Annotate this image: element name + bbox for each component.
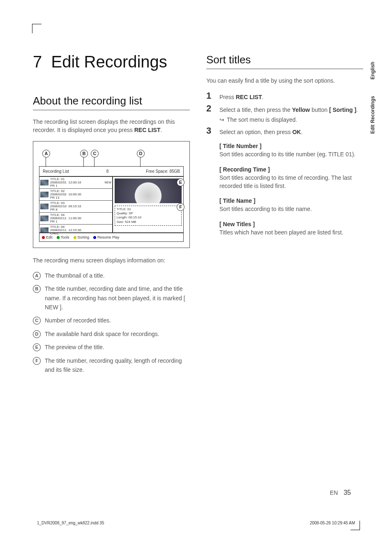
table-row: TITLE: 042008/02/11 11:00:30PR 1 [39, 213, 112, 225]
step-1: 1 Press REC LIST. [206, 91, 363, 101]
chapter-number: 7 [33, 53, 42, 71]
legend-text-E: The preview of the title. [45, 343, 104, 352]
legend-marker-A: A [33, 272, 41, 280]
sort-option-new-titles: [ New Titles ] Titles which have not bee… [219, 221, 363, 236]
footer-page-number: 35 [344, 489, 351, 496]
page-footer: EN 35 [330, 489, 351, 496]
thumbnail-icon [40, 180, 48, 185]
new-badge: NEW [104, 181, 111, 184]
side-tabs: Edit Recordings English [370, 62, 376, 134]
legend-text-D: The available hard disk space for record… [45, 329, 159, 338]
print-meta-right: 2008-05-26 10:29:45 AM [310, 521, 355, 525]
about-intro: The recording list screen displays the r… [33, 118, 190, 134]
footer-edit: Edit [42, 235, 53, 239]
callout-C: C [91, 150, 99, 158]
recording-list-screenshot: Recording List 8 Free Space: 85GB TITLE:… [39, 166, 184, 242]
footer-sorting: Sorting [74, 235, 90, 239]
legend-marker-D: D [33, 330, 41, 338]
side-tab-lang: English [370, 62, 376, 79]
section-about-heading: About the recording list [33, 95, 190, 107]
sort-option-title-number: [ Title Number ] Sort titles according t… [219, 143, 363, 158]
table-row: TITLE: 012008/02/01 12:00:16PR 1 NEW [39, 177, 112, 189]
green-dot-icon [57, 236, 60, 239]
step-number-1: 1 [206, 91, 214, 101]
legend-intro: The recording menu screen displays infor… [33, 256, 190, 264]
section-sort-heading: Sort titles [206, 53, 363, 66]
rl-header-mid: 8 [106, 169, 109, 174]
about-intro-suf: . [160, 127, 162, 133]
footer-resume: Resume Play [93, 235, 120, 239]
thumbnail-icon [40, 204, 48, 209]
table-row: TITLE: 022008/02/02 10:00:30PR 13 [39, 189, 112, 201]
recording-list-figure: A B C D Recording List 8 Free Space: 85G… [33, 141, 190, 248]
legend-marker-E: E [33, 343, 41, 351]
legend-text-B: The title number, recording date and tim… [45, 284, 190, 312]
sort-intro: You can easily find a title by using the… [206, 76, 363, 85]
blue-dot-icon [93, 236, 96, 239]
step-number-3: 3 [206, 126, 214, 136]
rl-header-right: Free Space: 85GB [146, 169, 180, 174]
thumbnail-icon [40, 192, 48, 197]
step-2-result: The sort menu is displayed. [219, 116, 358, 124]
callout-F: F [177, 203, 184, 211]
yellow-dot-icon [74, 236, 76, 239]
red-dot-icon [42, 236, 45, 239]
legend-text-F: The title number, recording quality, len… [45, 356, 190, 375]
print-metadata: 1_DVR2008_97_eng_wk822.indd 35 2008-05-2… [37, 521, 355, 525]
title-info-box: TITLE: 01 Quality: SP Length: 00:15:10 S… [115, 206, 182, 226]
legend-marker-F: F [33, 357, 41, 365]
legend-list: AThe thumbnail of a title. BThe title nu… [33, 271, 190, 375]
callout-D: D [137, 150, 145, 158]
step-number-2: 2 [206, 104, 214, 124]
side-tab-section: Edit Recordings [370, 96, 376, 134]
callout-E: E [177, 178, 184, 186]
step-2: 2 Select a title, then press the Yellow … [206, 104, 363, 124]
print-meta-left: 1_DVR2008_97_eng_wk822.indd 35 [37, 521, 104, 525]
step-3: 3 Select an option, then press OK. [206, 126, 363, 136]
legend-marker-C: C [33, 317, 41, 325]
sort-option-title-name: [ Title Name ] Sort titles according to … [219, 197, 363, 213]
footer-tools: Tools [57, 235, 69, 239]
rl-header-left: Recording List [43, 169, 69, 174]
legend-text-A: The thumbnail of a title. [45, 271, 105, 280]
section-rule [33, 110, 190, 110]
sort-option-recording-time: [ Recording Time ] Sort titles according… [219, 166, 363, 190]
callout-B: B [80, 150, 88, 158]
table-row: TITLE: 032008/02/10 09:15:16PR 8 [39, 201, 112, 213]
callout-A: A [42, 150, 50, 158]
section-rule-2 [206, 69, 363, 69]
preview-image [115, 178, 182, 203]
thumbnail-icon [40, 216, 48, 221]
chapter-heading: 7 Edit Recordings [33, 53, 190, 70]
about-intro-bold: REC LIST [134, 127, 161, 133]
footer-lang: EN [330, 489, 338, 496]
crop-mark-tl [32, 24, 42, 33]
chapter-title: Edit Recordings [51, 53, 167, 71]
legend-text-C: Number of recorded titles. [45, 316, 111, 325]
legend-marker-B: B [33, 285, 41, 293]
